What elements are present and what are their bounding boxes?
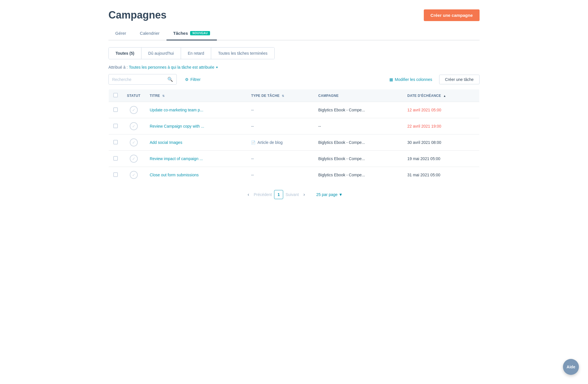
row-status-cell: ✓ <box>122 151 145 167</box>
columns-icon: ▦ <box>389 77 393 82</box>
header-statut: STATUT <box>122 89 145 102</box>
row-checkbox-cell <box>109 167 123 183</box>
sub-tab-terminees[interactable]: Toutes les tâches terminées <box>211 48 274 59</box>
row-title-cell: Add social Images <box>145 134 246 151</box>
per-page-button[interactable]: 25 par page ▼ <box>316 192 343 197</box>
sub-tab-en-retard[interactable]: En retard <box>181 48 211 59</box>
sub-tabs: Toutes (5) Dû aujourd'hui En retard Tout… <box>108 47 275 59</box>
page-header: Campagnes Créer une campagne <box>108 9 480 21</box>
pagination: ‹ Précédent 1 Suivant › 25 par page ▼ <box>108 190 480 199</box>
table-row: ✓Close out form submissions--Biglytics E… <box>109 167 480 183</box>
row-title-cell: Close out form submissions <box>145 167 246 183</box>
page-number-1[interactable]: 1 <box>274 190 283 199</box>
per-page-chevron-icon: ▼ <box>339 192 343 197</box>
select-all-checkbox[interactable] <box>113 93 118 97</box>
prev-page-button[interactable]: ‹ <box>245 191 251 198</box>
status-circle[interactable]: ✓ <box>130 138 138 146</box>
prev-page-label[interactable]: Précédent <box>254 192 272 197</box>
search-icon[interactable]: 🔍 <box>167 77 173 82</box>
row-status-cell: ✓ <box>122 102 145 118</box>
table-row: ✓Review Campaign copy with ...----22 avr… <box>109 118 480 134</box>
task-type-label: -- <box>251 156 309 161</box>
status-circle[interactable]: ✓ <box>130 155 138 163</box>
toolbar: 🔍 ⚙ Filtrer ▦ Modifier les colonnes Crée… <box>108 74 480 85</box>
tab-calendrier[interactable]: Calendrier <box>133 28 166 40</box>
search-box: 🔍 <box>108 74 177 85</box>
next-page-label[interactable]: Suivant <box>285 192 299 197</box>
row-date-cell: 30 avril 2021 08:00 <box>403 134 479 151</box>
chevron-down-icon: ▼ <box>215 66 218 69</box>
tab-gerer[interactable]: Gérer <box>108 28 133 40</box>
sort-date-icon: ▲ <box>443 94 446 97</box>
table-header-row: STATUT TITRE ⇅ TYPE DE TÂCHE ⇅ CAMPAGNE … <box>109 89 480 102</box>
row-campaign-cell: Biglytics Ebook - Compe... <box>314 167 403 183</box>
task-title-link[interactable]: Review impact of campaign ... <box>150 156 203 161</box>
table-row: ✓Update co-marketing team p...--Biglytic… <box>109 102 480 118</box>
new-badge: NOUVEAU <box>190 31 210 35</box>
filter-button[interactable]: ⚙ Filtrer <box>180 75 205 84</box>
task-type-label: -- <box>251 108 309 112</box>
tab-taches[interactable]: Tâches NOUVEAU <box>166 28 217 40</box>
task-title-link[interactable]: Update co-marketing team p... <box>150 108 203 112</box>
row-type-cell: -- <box>246 151 314 167</box>
row-title-cell: Review Campaign copy with ... <box>145 118 246 134</box>
task-title-link[interactable]: Review Campaign copy with ... <box>150 124 204 128</box>
page-title: Campagnes <box>108 9 166 21</box>
task-type-label: -- <box>251 124 309 128</box>
sub-tab-aujourd-hui[interactable]: Dû aujourd'hui <box>141 48 181 59</box>
filter-label: Attribué à : <box>108 65 128 70</box>
tasks-table: STATUT TITRE ⇅ TYPE DE TÂCHE ⇅ CAMPAGNE … <box>108 89 480 183</box>
row-checkbox[interactable] <box>113 107 118 112</box>
row-status-cell: ✓ <box>122 118 145 134</box>
filter-row: Attribué à : Toutes les personnes à qui … <box>108 65 480 70</box>
status-circle[interactable]: ✓ <box>130 122 138 130</box>
status-circle[interactable]: ✓ <box>130 106 138 114</box>
row-date-cell: 22 avril 2021 19:00 <box>403 118 479 134</box>
row-checkbox-cell <box>109 102 123 118</box>
header-titre[interactable]: TITRE ⇅ <box>145 89 246 102</box>
modify-columns-button[interactable]: ▦ Modifier les colonnes <box>386 75 436 84</box>
sub-tab-toutes[interactable]: Toutes (5) <box>109 48 141 59</box>
row-type-cell: -- <box>246 167 314 183</box>
row-status-cell: ✓ <box>122 167 145 183</box>
row-checkbox[interactable] <box>113 156 118 161</box>
header-type[interactable]: TYPE DE TÂCHE ⇅ <box>246 89 314 102</box>
table-row: ✓Add social Images📄Article de blogBiglyt… <box>109 134 480 151</box>
task-title-link[interactable]: Add social Images <box>150 140 182 145</box>
row-checkbox-cell <box>109 118 123 134</box>
header-date[interactable]: DATE D'ÉCHÉANCE ▲ <box>403 89 479 102</box>
row-date-cell: 12 avril 2021 05:00 <box>403 102 479 118</box>
row-type-cell: -- <box>246 102 314 118</box>
row-checkbox-cell <box>109 151 123 167</box>
row-status-cell: ✓ <box>122 134 145 151</box>
row-campaign-cell: -- <box>314 118 403 134</box>
row-checkbox-cell <box>109 134 123 151</box>
header-campagne: CAMPAGNE <box>314 89 403 102</box>
row-campaign-cell: Biglytics Ebook - Compe... <box>314 102 403 118</box>
main-tabs: Gérer Calendrier Tâches NOUVEAU <box>108 28 480 40</box>
filter-icon: ⚙ <box>185 77 189 82</box>
sort-titre-icon: ⇅ <box>162 94 165 97</box>
row-checkbox[interactable] <box>113 140 118 144</box>
row-date-cell: 19 mai 2021 05:00 <box>403 151 479 167</box>
row-checkbox[interactable] <box>113 172 118 177</box>
row-checkbox[interactable] <box>113 124 118 128</box>
row-date-cell: 31 mai 2021 05:00 <box>403 167 479 183</box>
task-type-label: 📄Article de blog <box>251 140 309 145</box>
sort-type-icon: ⇅ <box>282 94 284 97</box>
task-type-label: -- <box>251 173 309 177</box>
row-campaign-cell: Biglytics Ebook - Compe... <box>314 151 403 167</box>
next-page-button[interactable]: › <box>301 191 307 198</box>
create-campaign-button[interactable]: Créer une campagne <box>424 9 480 21</box>
row-title-cell: Review impact of campaign ... <box>145 151 246 167</box>
row-title-cell: Update co-marketing team p... <box>145 102 246 118</box>
filter-assignee-link[interactable]: Toutes les personnes à qui la tâche est … <box>129 65 218 70</box>
blog-icon: 📄 <box>251 140 256 145</box>
create-task-button[interactable]: Créer une tâche <box>439 75 480 84</box>
status-circle[interactable]: ✓ <box>130 171 138 179</box>
table-row: ✓Review impact of campaign ...--Biglytic… <box>109 151 480 167</box>
search-input[interactable] <box>112 77 165 82</box>
row-type-cell: 📄Article de blog <box>246 134 314 151</box>
task-title-link[interactable]: Close out form submissions <box>150 173 199 177</box>
row-type-cell: -- <box>246 118 314 134</box>
